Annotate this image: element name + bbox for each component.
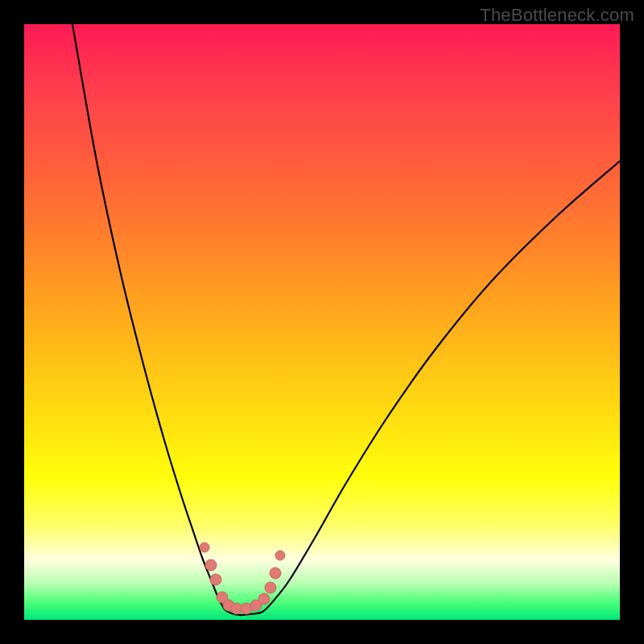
chart-svg <box>24 24 620 620</box>
chart-plot-area <box>24 24 620 620</box>
curve-marker <box>265 582 276 593</box>
curve-marker <box>200 543 209 552</box>
curve-marker <box>275 551 285 560</box>
curve-marker <box>270 568 281 579</box>
watermark-text: TheBottleneck.com <box>480 5 634 26</box>
curve-marker <box>258 593 270 605</box>
curve-marker <box>205 559 217 571</box>
curve-path <box>72 24 620 615</box>
curve-marker <box>210 574 221 585</box>
chart-frame: TheBottleneck.com <box>0 0 644 644</box>
